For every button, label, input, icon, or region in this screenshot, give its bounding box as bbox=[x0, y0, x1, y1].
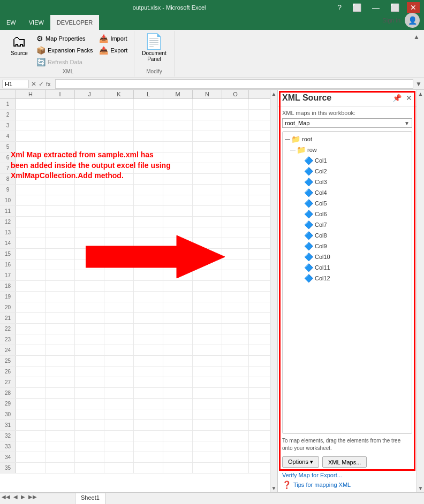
xml-scroll-down[interactable]: ▼ bbox=[417, 484, 424, 492]
grid-cell[interactable] bbox=[46, 452, 75, 463]
grid-cell[interactable] bbox=[16, 120, 46, 131]
grid-cell[interactable] bbox=[75, 399, 104, 409]
grid-cell[interactable] bbox=[193, 174, 222, 185]
xml-tips[interactable]: ❓ Tips for mapping XML bbox=[282, 480, 412, 489]
grid-cell[interactable] bbox=[16, 452, 46, 463]
grid-cell[interactable] bbox=[16, 420, 46, 431]
grid-cell[interactable] bbox=[193, 142, 222, 152]
grid-cell[interactable] bbox=[163, 324, 193, 334]
grid-cell[interactable] bbox=[75, 292, 104, 302]
grid-cell[interactable] bbox=[16, 238, 46, 249]
tree-item-col4[interactable]: 🔷 Col4 bbox=[283, 187, 412, 198]
grid-cell[interactable] bbox=[75, 131, 104, 142]
grid-cell[interactable] bbox=[104, 334, 134, 345]
col-header-K[interactable]: K bbox=[104, 90, 134, 98]
grid-cell[interactable] bbox=[75, 281, 104, 292]
grid-cell[interactable] bbox=[104, 206, 134, 217]
expansion-packs-button[interactable]: 📦 Expansion Packs bbox=[34, 45, 95, 56]
grid-cell[interactable] bbox=[46, 249, 75, 259]
grid-cell[interactable] bbox=[75, 324, 104, 334]
grid-cell[interactable] bbox=[16, 356, 46, 366]
grid-cell[interactable] bbox=[104, 388, 134, 399]
grid-cell[interactable] bbox=[46, 120, 75, 131]
grid-cell[interactable] bbox=[75, 185, 104, 195]
grid-cell[interactable] bbox=[104, 409, 134, 420]
source-button[interactable]: 🗂 Source bbox=[6, 33, 32, 57]
grid-cell[interactable] bbox=[163, 431, 193, 441]
grid-cell[interactable] bbox=[222, 131, 249, 142]
grid-cell[interactable] bbox=[16, 292, 46, 302]
grid-cell[interactable] bbox=[163, 345, 193, 356]
grid-cell[interactable] bbox=[104, 99, 134, 110]
grid-cell[interactable] bbox=[193, 163, 222, 174]
grid-cell[interactable] bbox=[104, 131, 134, 142]
grid-cell[interactable] bbox=[104, 377, 134, 388]
sheet-nav-next[interactable]: ▶ bbox=[19, 494, 27, 500]
grid-cell[interactable] bbox=[104, 302, 134, 313]
tree-item-col1[interactable]: 🔷 Col1 bbox=[283, 155, 412, 166]
grid-cell[interactable] bbox=[104, 110, 134, 120]
grid-cell[interactable] bbox=[16, 217, 46, 227]
grid-cell[interactable] bbox=[16, 302, 46, 313]
grid-cell[interactable] bbox=[193, 399, 222, 409]
grid-cell[interactable] bbox=[193, 185, 222, 195]
grid-cell[interactable] bbox=[222, 441, 249, 452]
tab-view[interactable]: VIEW bbox=[22, 15, 50, 30]
col-header-M[interactable]: M bbox=[163, 90, 193, 98]
grid-cell[interactable] bbox=[104, 217, 134, 227]
grid-cell[interactable] bbox=[193, 131, 222, 142]
grid-cell[interactable] bbox=[163, 99, 193, 110]
col-header-H[interactable]: H bbox=[16, 90, 46, 98]
grid-cell[interactable] bbox=[16, 195, 46, 206]
scroll-down-btn[interactable]: ▼ bbox=[270, 484, 277, 492]
tree-item-col8[interactable]: 🔷 Col8 bbox=[283, 230, 412, 241]
grid-cell[interactable] bbox=[193, 409, 222, 420]
grid-cell[interactable] bbox=[16, 463, 46, 474]
map-properties-button[interactable]: ⚙ Map Properties bbox=[34, 33, 95, 44]
grid-cell[interactable] bbox=[104, 185, 134, 195]
grid-cell[interactable] bbox=[163, 409, 193, 420]
options-button[interactable]: Options ▾ bbox=[282, 456, 319, 468]
grid-cell[interactable] bbox=[104, 281, 134, 292]
grid-cell[interactable] bbox=[163, 399, 193, 409]
grid-cell[interactable] bbox=[222, 431, 249, 441]
grid-cell[interactable] bbox=[134, 281, 163, 292]
tree-item-col3[interactable]: 🔷 Col3 bbox=[283, 177, 412, 187]
grid-cell[interactable] bbox=[46, 131, 75, 142]
grid-cell[interactable] bbox=[46, 409, 75, 420]
sign-in-button[interactable]: Sign in bbox=[382, 17, 400, 24]
sheet-tab-1[interactable]: Sheet1 bbox=[75, 493, 105, 504]
grid-cell[interactable] bbox=[163, 110, 193, 120]
import-button[interactable]: 📥 Import bbox=[97, 33, 130, 44]
grid-cell[interactable] bbox=[163, 377, 193, 388]
grid-cell[interactable] bbox=[222, 292, 249, 302]
grid-cell[interactable] bbox=[163, 195, 193, 206]
spreadsheet-v-scroll[interactable]: ▲ ▼ bbox=[270, 90, 277, 492]
grid-cell[interactable] bbox=[193, 206, 222, 217]
grid-cell[interactable] bbox=[193, 345, 222, 356]
grid-cell[interactable] bbox=[163, 217, 193, 227]
grid-cell[interactable] bbox=[222, 152, 249, 163]
grid-cell[interactable] bbox=[16, 270, 46, 281]
xml-maps-select[interactable]: root_Map ▼ bbox=[282, 118, 412, 128]
grid-cell[interactable] bbox=[163, 388, 193, 399]
grid-cell[interactable] bbox=[16, 185, 46, 195]
grid-cell[interactable] bbox=[222, 388, 249, 399]
col-header-N[interactable]: N bbox=[193, 90, 222, 98]
grid-cell[interactable] bbox=[46, 345, 75, 356]
grid-cell[interactable] bbox=[193, 366, 222, 377]
grid-cell[interactable] bbox=[46, 195, 75, 206]
grid-cell[interactable] bbox=[134, 356, 163, 366]
xml-tree[interactable]: — 📁 root — 📁 row 🔷 Col1 bbox=[282, 131, 412, 434]
grid-cell[interactable] bbox=[46, 334, 75, 345]
grid-cell[interactable] bbox=[75, 110, 104, 120]
grid-cell[interactable] bbox=[46, 185, 75, 195]
grid-cell[interactable] bbox=[134, 441, 163, 452]
grid-cell[interactable] bbox=[104, 366, 134, 377]
grid-cell[interactable] bbox=[134, 334, 163, 345]
grid-cell[interactable] bbox=[222, 463, 249, 474]
grid-cell[interactable] bbox=[193, 217, 222, 227]
grid-cell[interactable] bbox=[104, 399, 134, 409]
grid-cell[interactable] bbox=[222, 174, 249, 185]
grid-cell[interactable] bbox=[16, 99, 46, 110]
